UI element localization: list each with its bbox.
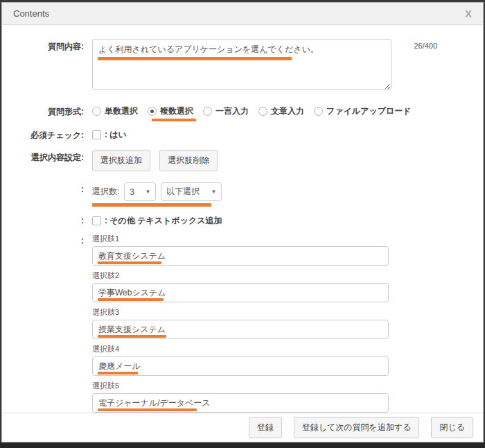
- question-format-label: 質問形式:: [2, 104, 84, 118]
- register-and-next-button[interactable]: 登録して次の質問を追加する: [294, 417, 420, 438]
- annotation-underline: [98, 408, 197, 411]
- char-counter: 26/400: [414, 40, 437, 50]
- choice-group-4: 選択肢4: [92, 344, 473, 376]
- choice-label: 選択肢4: [92, 344, 473, 354]
- modal-header: Contents X: [2, 3, 483, 25]
- annotation-underline: [98, 261, 161, 264]
- choices-row-label: :: [2, 234, 84, 245]
- radio-icon[interactable]: [258, 107, 267, 116]
- radio-icon[interactable]: [92, 107, 101, 116]
- contents-modal: Contents X 質問内容: よく利用されているアプリケーションを選んでくだ…: [1, 2, 484, 442]
- choices-row: : 選択肢1 選択肢2: [2, 234, 473, 417]
- required-check-row: 必須チェック: : はい: [2, 128, 473, 141]
- choice-group-3: 選択肢3: [92, 307, 473, 339]
- choice-label: 選択肢1: [92, 234, 473, 244]
- required-checkbox[interactable]: [92, 130, 101, 139]
- choice-label: 選択肢2: [92, 270, 473, 281]
- selection-count-row-label: :: [2, 182, 84, 194]
- modal-title: Contents: [13, 8, 49, 19]
- register-button[interactable]: 登録: [249, 417, 282, 438]
- choice-group-1: 選択肢1: [92, 234, 473, 266]
- radio-option-long-text[interactable]: 文章入力: [258, 105, 304, 117]
- question-content-textarea[interactable]: よく利用されているアプリケーションを選んでください。: [92, 39, 391, 90]
- dropdown-caret-icon: ▼: [211, 189, 216, 195]
- radio-option-file-upload[interactable]: ファイルアップロード: [314, 105, 412, 117]
- radio-icon[interactable]: [203, 107, 212, 116]
- question-content-row: 質問内容: よく利用されているアプリケーションを選んでください。 26/400: [2, 39, 473, 93]
- other-option-row: : : その他 テキストボックス追加: [2, 214, 473, 227]
- other-option-row-label: :: [2, 214, 84, 225]
- annotation-underline: [98, 335, 166, 338]
- selection-count-dropdown[interactable]: 3 ▼: [124, 182, 156, 201]
- question-format-row: 質問形式: 単数選択 複数選択 一言入力: [2, 104, 473, 118]
- page-background: Contents X 質問内容: よく利用されているアプリケーションを選んでくだ…: [0, 0, 485, 448]
- remove-choice-button[interactable]: 選択肢削除: [159, 150, 218, 171]
- modal-footer: 登録 登録して次の質問を追加する 閉じる: [2, 413, 483, 442]
- radio-option-short-text[interactable]: 一言入力: [203, 105, 249, 117]
- selection-count-row: : 選択数: 3 ▼ 以下選択 ▼: [2, 182, 473, 201]
- choice-label: 選択肢5: [92, 381, 473, 391]
- add-choice-button[interactable]: 選択肢追加: [92, 150, 150, 171]
- required-option-label: : はい: [105, 129, 127, 141]
- annotation-underline: [98, 372, 138, 374]
- close-icon[interactable]: X: [465, 8, 472, 19]
- annotation-underline: [98, 298, 164, 301]
- required-check-label: 必須チェック:: [2, 128, 84, 141]
- choice-settings-row: 選択内容設定: 選択肢追加 選択肢削除: [2, 150, 473, 171]
- radio-option-single-select[interactable]: 単数選択: [92, 105, 138, 117]
- choice-label: 選択肢3: [92, 307, 473, 318]
- choice-settings-label: 選択内容設定:: [2, 150, 84, 164]
- radio-icon[interactable]: [148, 107, 157, 116]
- radio-icon[interactable]: [314, 107, 323, 116]
- choice-group-2: 選択肢2: [92, 270, 473, 302]
- other-option-checkbox[interactable]: [92, 216, 101, 225]
- selection-count-label: 選択数:: [92, 186, 119, 198]
- radio-option-multi-select[interactable]: 複数選択: [148, 105, 193, 117]
- selection-mode-dropdown[interactable]: 以下選択 ▼: [161, 182, 222, 201]
- annotation-underline: [92, 203, 211, 207]
- modal-body: 質問内容: よく利用されているアプリケーションを選んでください。 26/400 …: [2, 25, 483, 414]
- annotation-underline: [152, 119, 196, 121]
- annotation-underline: [98, 57, 292, 60]
- choice-group-5: 選択肢5: [92, 381, 473, 413]
- close-button[interactable]: 閉じる: [431, 417, 473, 438]
- question-content-label: 質問内容:: [2, 39, 84, 53]
- dropdown-caret-icon: ▼: [145, 189, 150, 195]
- other-option-label: : その他 テキストボックス追加: [105, 215, 222, 227]
